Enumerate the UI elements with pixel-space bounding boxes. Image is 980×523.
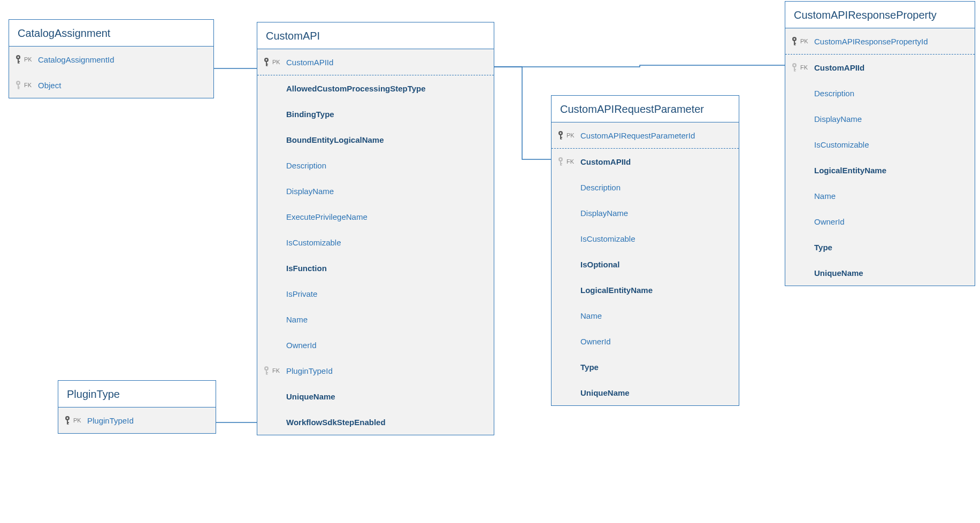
svg-point-31 [560,159,562,160]
key-type-label: FK [800,64,808,71]
field-name: CatalogAssignmentId [38,55,114,64]
svg-rect-34 [560,165,562,166]
svg-rect-23 [266,372,268,373]
field-name: Description [580,183,621,192]
key-type-label: PK [272,59,280,65]
entity-row: WorkflowSdkStepEnabled [257,409,494,435]
key-column: PK [14,55,38,64]
entity-row: PKPluginTypeId [58,407,216,433]
svg-point-6 [18,82,19,84]
field-name: OwnerId [814,217,845,226]
svg-point-1 [18,57,19,58]
svg-rect-3 [18,61,20,62]
entity-row: FKCustomAPIId [785,55,975,80]
entity-row: IsCustomizable [257,229,494,255]
svg-rect-24 [266,374,268,375]
entity-row: Name [552,303,739,328]
field-name: CustomAPIId [580,157,631,166]
field-name: WorkflowSdkStepEnabled [286,418,386,427]
entity-row: PKCustomAPIId [257,49,494,75]
field-name: IsOptional [580,260,619,269]
entity-row: PKCustomAPIResponsePropertyId [785,28,975,55]
entity-title: CustomAPIRequestParameter [552,96,739,122]
key-icon [14,80,22,90]
key-type-label: FK [272,367,280,374]
entity-row: BindingType [257,101,494,127]
entity-body: PKCustomAPIIdAllowedCustomProcessingStep… [257,49,494,435]
entity-pluginType: PluginTypePKPluginTypeId [58,380,216,434]
entity-row: DisplayName [552,200,739,226]
entity-title: PluginType [58,381,216,407]
entity-row: UniqueName [257,383,494,409]
entity-row: PKCatalogAssignmentId [9,47,213,72]
entity-row: OwnerId [785,209,975,234]
entity-row: Type [552,354,739,380]
svg-rect-9 [18,88,20,89]
svg-rect-29 [560,139,562,140]
field-name: Description [286,161,326,170]
entity-row: Description [785,80,975,106]
key-column: PK [791,36,814,46]
entity-title: CatalogAssignment [9,20,213,47]
field-name: CustomAPIId [286,58,333,67]
field-name: IsFunction [286,264,327,273]
entity-row: DisplayName [257,178,494,204]
field-name: CustomAPIRequestParameterId [580,131,695,140]
key-icon [791,36,798,46]
key-type-label: PK [800,38,808,44]
key-icon [263,57,270,67]
field-name: Description [814,89,854,98]
connector-plugintype-to-customapi [215,421,258,424]
svg-rect-33 [560,163,562,164]
entity-responseProp: CustomAPIResponsePropertyPKCustomAPIResp… [785,1,975,286]
field-name: IsPrivate [286,289,317,298]
field-name: Name [286,315,308,324]
key-type-label: FK [24,82,32,88]
field-name: ExecutePrivilegeName [286,212,368,221]
svg-point-36 [794,39,795,40]
field-name: Type [814,243,832,252]
entity-row: OwnerId [552,328,739,354]
entity-row: FKCustomAPIId [552,149,739,174]
field-name: Name [580,311,602,320]
field-name: DisplayName [286,187,334,196]
key-icon [263,366,270,375]
entity-title: CustomAPIResponseProperty [785,2,975,28]
entity-row: IsFunction [257,255,494,281]
svg-point-26 [560,133,562,134]
field-name: OwnerId [286,341,317,350]
field-name: IsCustomizable [814,140,869,149]
entity-row: IsCustomizable [785,132,975,157]
svg-point-21 [266,368,267,370]
connector-customapi-to-responseprop [493,64,786,68]
entity-customApi: CustomAPIPKCustomAPIIdAllowedCustomProce… [257,22,494,435]
entity-body: PKCustomAPIRequestParameterIdFKCustomAPI… [552,122,739,405]
entity-row: OwnerId [257,332,494,358]
svg-point-16 [266,59,267,61]
entity-row: LogicalEntityName [552,277,739,303]
entity-row: FKPluginTypeId [257,358,494,383]
svg-rect-13 [67,422,69,423]
key-icon [791,63,798,72]
entity-row: LogicalEntityName [785,157,975,183]
entity-row: BoundEntityLogicalName [257,127,494,152]
entity-catalogAssignment: CatalogAssignmentPKCatalogAssignmentIdFK… [9,19,214,98]
field-name: IsCustomizable [580,234,636,243]
connector-catalog-to-customapi [213,67,258,70]
field-name: AllowedCustomProcessingStepType [286,84,426,93]
key-type-label: FK [566,158,574,165]
field-name: CustomAPIResponsePropertyId [814,37,928,46]
field-name: PluginTypeId [87,416,134,425]
field-name: LogicalEntityName [814,166,886,175]
svg-rect-8 [18,87,20,88]
key-column: PK [263,57,286,67]
svg-rect-18 [266,64,268,65]
entity-row: Description [257,152,494,178]
field-name: Name [814,191,836,201]
entity-row: ExecutePrivilegeName [257,204,494,229]
key-column: PK [64,416,87,425]
svg-rect-38 [794,43,796,44]
field-name: DisplayName [580,209,628,218]
entity-row: IsPrivate [257,281,494,306]
entity-row: PKCustomAPIRequestParameterId [552,122,739,149]
